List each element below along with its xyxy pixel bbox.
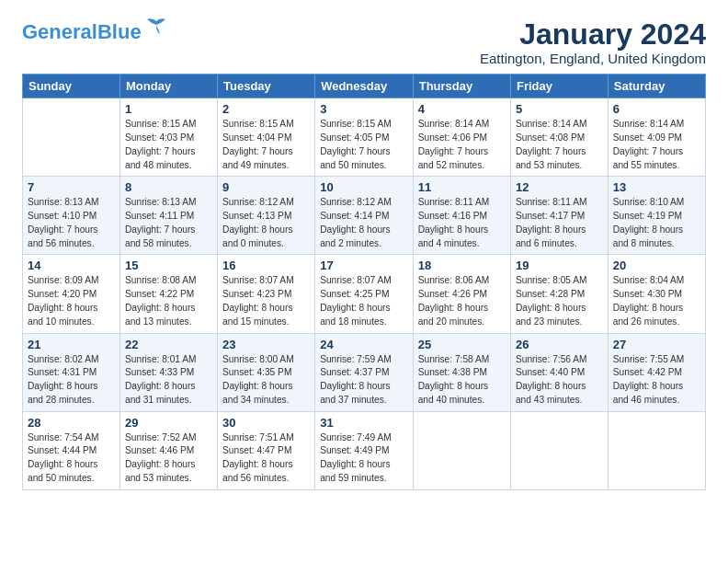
day-info: Sunrise: 8:02 AMSunset: 4:31 PMDaylight:… (28, 353, 115, 408)
day-number: 19 (516, 259, 603, 272)
day-info: Sunrise: 7:52 AMSunset: 4:46 PMDaylight:… (125, 431, 212, 486)
calendar-cell: 12Sunrise: 8:11 AMSunset: 4:17 PMDayligh… (510, 177, 608, 255)
day-info: Sunrise: 8:01 AMSunset: 4:33 PMDaylight:… (125, 353, 212, 408)
calendar-cell: 20Sunrise: 8:04 AMSunset: 4:30 PMDayligh… (608, 255, 705, 333)
week-row-3: 14Sunrise: 8:09 AMSunset: 4:20 PMDayligh… (23, 255, 706, 333)
day-number: 22 (125, 338, 212, 351)
day-number: 12 (516, 180, 603, 194)
calendar-cell: 27Sunrise: 7:55 AMSunset: 4:42 PMDayligh… (608, 333, 705, 411)
col-header-monday: Monday (120, 75, 218, 98)
calendar-cell: 8Sunrise: 8:13 AMSunset: 4:11 PMDaylight… (120, 177, 218, 255)
logo-bird-icon (143, 17, 169, 38)
day-number: 29 (125, 416, 212, 430)
logo-general: General (22, 20, 97, 43)
day-info: Sunrise: 7:59 AMSunset: 4:37 PMDaylight:… (320, 353, 408, 408)
col-header-tuesday: Tuesday (218, 75, 315, 98)
calendar-cell: 23Sunrise: 8:00 AMSunset: 4:35 PMDayligh… (218, 333, 315, 411)
day-info: Sunrise: 8:15 AMSunset: 4:03 PMDaylight:… (125, 118, 212, 172)
day-number: 17 (320, 259, 408, 272)
day-number: 14 (28, 259, 115, 272)
header-row: SundayMondayTuesdayWednesdayThursdayFrid… (23, 75, 706, 98)
day-number: 31 (320, 416, 408, 430)
calendar-cell: 29Sunrise: 7:52 AMSunset: 4:46 PMDayligh… (120, 411, 218, 489)
day-number: 30 (222, 416, 310, 430)
col-header-wednesday: Wednesday (315, 75, 414, 98)
calendar-cell: 1Sunrise: 8:15 AMSunset: 4:03 PMDaylight… (120, 98, 218, 177)
calendar-cell: 3Sunrise: 8:15 AMSunset: 4:05 PMDaylight… (315, 98, 414, 177)
day-number: 7 (28, 180, 115, 194)
day-number: 10 (320, 180, 408, 194)
calendar-cell: 2Sunrise: 8:15 AMSunset: 4:04 PMDaylight… (218, 98, 315, 177)
week-row-1: 1Sunrise: 8:15 AMSunset: 4:03 PMDaylight… (23, 98, 706, 177)
day-number: 5 (516, 102, 603, 116)
day-info: Sunrise: 8:14 AMSunset: 4:06 PMDaylight:… (418, 118, 506, 172)
day-info: Sunrise: 8:07 AMSunset: 4:23 PMDaylight:… (222, 274, 310, 328)
day-number: 8 (125, 180, 212, 194)
day-info: Sunrise: 7:54 AMSunset: 4:44 PMDaylight:… (28, 431, 115, 486)
calendar-cell (23, 98, 120, 177)
day-info: Sunrise: 8:12 AMSunset: 4:14 PMDaylight:… (320, 196, 408, 250)
calendar-cell: 25Sunrise: 7:58 AMSunset: 4:38 PMDayligh… (413, 333, 510, 411)
day-number: 1 (125, 102, 212, 116)
day-number: 18 (418, 259, 506, 272)
logo-blue: Blue (97, 20, 142, 43)
calendar-cell: 9Sunrise: 8:12 AMSunset: 4:13 PMDaylight… (218, 177, 315, 255)
calendar-cell (608, 411, 705, 489)
day-number: 11 (418, 180, 506, 194)
day-info: Sunrise: 8:13 AMSunset: 4:11 PMDaylight:… (125, 196, 212, 250)
day-number: 13 (613, 180, 700, 194)
day-info: Sunrise: 8:14 AMSunset: 4:08 PMDaylight:… (516, 118, 603, 172)
day-info: Sunrise: 7:51 AMSunset: 4:47 PMDaylight:… (222, 431, 310, 486)
calendar-cell: 21Sunrise: 8:02 AMSunset: 4:31 PMDayligh… (23, 333, 120, 411)
day-info: Sunrise: 8:15 AMSunset: 4:05 PMDaylight:… (320, 118, 408, 172)
calendar-cell (510, 411, 608, 489)
day-info: Sunrise: 8:08 AMSunset: 4:22 PMDaylight:… (125, 274, 212, 328)
day-info: Sunrise: 7:49 AMSunset: 4:49 PMDaylight:… (320, 431, 408, 486)
day-info: Sunrise: 7:58 AMSunset: 4:38 PMDaylight:… (418, 353, 506, 408)
calendar-cell: 10Sunrise: 8:12 AMSunset: 4:14 PMDayligh… (315, 177, 414, 255)
day-info: Sunrise: 8:12 AMSunset: 4:13 PMDaylight:… (222, 196, 310, 250)
calendar-cell: 17Sunrise: 8:07 AMSunset: 4:25 PMDayligh… (315, 255, 414, 333)
day-info: Sunrise: 8:10 AMSunset: 4:19 PMDaylight:… (613, 196, 700, 250)
day-number: 6 (613, 102, 700, 116)
calendar-table: SundayMondayTuesdayWednesdayThursdayFrid… (22, 74, 706, 490)
day-number: 24 (320, 338, 408, 351)
day-number: 23 (222, 338, 310, 351)
title-section: January 2024 Eattington, England, United… (480, 18, 706, 66)
week-row-5: 28Sunrise: 7:54 AMSunset: 4:44 PMDayligh… (23, 411, 706, 489)
day-info: Sunrise: 8:04 AMSunset: 4:30 PMDaylight:… (613, 274, 700, 328)
day-info: Sunrise: 8:11 AMSunset: 4:16 PMDaylight:… (418, 196, 506, 250)
calendar-cell (413, 411, 510, 489)
col-header-friday: Friday (510, 75, 608, 98)
calendar-cell: 26Sunrise: 7:56 AMSunset: 4:40 PMDayligh… (510, 333, 608, 411)
week-row-4: 21Sunrise: 8:02 AMSunset: 4:31 PMDayligh… (23, 333, 706, 411)
day-info: Sunrise: 8:14 AMSunset: 4:09 PMDaylight:… (613, 118, 700, 172)
week-row-2: 7Sunrise: 8:13 AMSunset: 4:10 PMDaylight… (23, 177, 706, 255)
day-number: 4 (418, 102, 506, 116)
calendar-cell: 4Sunrise: 8:14 AMSunset: 4:06 PMDaylight… (413, 98, 510, 177)
day-number: 21 (28, 338, 115, 351)
day-number: 9 (222, 180, 310, 194)
location: Eattington, England, United Kingdom (480, 51, 706, 66)
day-info: Sunrise: 8:13 AMSunset: 4:10 PMDaylight:… (28, 196, 115, 250)
calendar-cell: 11Sunrise: 8:11 AMSunset: 4:16 PMDayligh… (413, 177, 510, 255)
day-info: Sunrise: 8:06 AMSunset: 4:26 PMDaylight:… (418, 274, 506, 328)
col-header-thursday: Thursday (413, 75, 510, 98)
day-number: 3 (320, 102, 408, 116)
calendar-cell: 16Sunrise: 8:07 AMSunset: 4:23 PMDayligh… (218, 255, 315, 333)
logo-text: GeneralBlue (22, 22, 142, 42)
calendar-cell: 6Sunrise: 8:14 AMSunset: 4:09 PMDaylight… (608, 98, 705, 177)
calendar-cell: 19Sunrise: 8:05 AMSunset: 4:28 PMDayligh… (510, 255, 608, 333)
day-number: 27 (613, 338, 700, 351)
day-number: 26 (516, 338, 603, 351)
calendar-cell: 28Sunrise: 7:54 AMSunset: 4:44 PMDayligh… (23, 411, 120, 489)
day-number: 20 (613, 259, 700, 272)
day-info: Sunrise: 7:56 AMSunset: 4:40 PMDaylight:… (516, 353, 603, 408)
day-info: Sunrise: 8:05 AMSunset: 4:28 PMDaylight:… (516, 274, 603, 328)
day-number: 25 (418, 338, 506, 351)
calendar-cell: 22Sunrise: 8:01 AMSunset: 4:33 PMDayligh… (120, 333, 218, 411)
day-info: Sunrise: 8:07 AMSunset: 4:25 PMDaylight:… (320, 274, 408, 328)
calendar-cell: 13Sunrise: 8:10 AMSunset: 4:19 PMDayligh… (608, 177, 705, 255)
day-number: 16 (222, 259, 310, 272)
day-number: 2 (222, 102, 310, 116)
